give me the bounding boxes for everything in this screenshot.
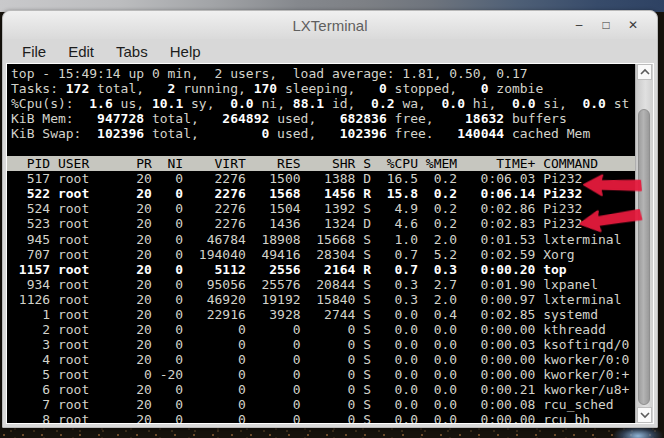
stat-value: 682836 xyxy=(340,111,387,126)
process-row-4: 4 root 20 0 0 0 0 S 0.0 0.0 0:00.00 kwor… xyxy=(7,352,635,367)
scroll-down-button[interactable] xyxy=(637,407,652,423)
process-row-3: 3 root 20 0 0 0 0 S 0.0 0.0 0:00.03 ksof… xyxy=(7,337,635,352)
stat-value: 140044 xyxy=(457,126,504,141)
process-row-1157: 1157 root 20 0 5112 2556 2164 R 0.7 0.3 … xyxy=(7,262,635,277)
process-table-rows: 517 root 20 0 2276 1500 1388 D 16.5 0.2 … xyxy=(7,171,635,423)
window-titlebar[interactable]: LXTerminal – □ ✕ xyxy=(3,11,657,39)
maximize-icon[interactable]: □ xyxy=(598,16,614,34)
stat-label: used, xyxy=(269,111,339,126)
stat-value: 947728 xyxy=(97,111,144,126)
process-row-524: 524 root 20 0 2276 1504 1392 S 4.9 0.2 0… xyxy=(7,201,635,216)
stat-label: st xyxy=(606,96,629,111)
stat-label: buffers xyxy=(504,111,567,126)
stat-value: 1.6 xyxy=(89,96,112,111)
process-row-522: 522 root 20 0 2276 1568 1456 R 15.8 0.2 … xyxy=(7,186,635,201)
stat-value: 10.1 xyxy=(152,96,183,111)
process-row-1126: 1126 root 20 0 46920 19192 15840 S 0.3 2… xyxy=(7,292,635,307)
stat-value: 0.2 xyxy=(371,96,394,111)
stat-value: 172 xyxy=(66,81,89,96)
blank-line xyxy=(7,141,635,156)
process-row-5: 5 root 0 -20 0 0 0 S 0.0 0.0 0:00.00 kwo… xyxy=(7,367,635,382)
stat-label: id, xyxy=(324,96,371,111)
stat-value: 18632 xyxy=(465,111,504,126)
process-row-8: 8 root 20 0 0 0 0 S 0.0 0.0 0:00.00 rcu_… xyxy=(7,412,635,423)
stat-label: free. xyxy=(387,126,457,141)
process-row-6: 6 root 20 0 0 0 0 S 0.0 0.0 0:00.21 kwor… xyxy=(7,382,635,397)
menu-file[interactable]: File xyxy=(16,42,52,61)
process-row-7: 7 root 20 0 0 0 0 S 0.0 0.0 0:00.08 rcu_… xyxy=(7,397,635,412)
window-title: LXTerminal xyxy=(3,17,657,34)
process-row-934: 934 root 20 0 95056 25576 20844 S 0.3 2.… xyxy=(7,277,635,292)
scrollbar-thumb[interactable] xyxy=(638,109,650,405)
stat-label: total, xyxy=(144,126,261,141)
stat-value: 102396 xyxy=(340,126,387,141)
chevron-up-icon xyxy=(639,68,651,76)
stat-label: cached Mem xyxy=(504,126,590,141)
process-row-2: 2 root 20 0 0 0 0 S 0.0 0.0 0:00.00 kthr… xyxy=(7,322,635,337)
window-controls: – □ ✕ xyxy=(571,16,641,34)
stat-value: 102396 xyxy=(97,126,144,141)
top-cpu-line: %Cpu(s): 1.6 us, 10.1 sy, 0.0 ni, 88.1 i… xyxy=(7,96,635,111)
terminal-screen[interactable]: top - 15:49:14 up 0 min, 2 users, load a… xyxy=(7,64,635,423)
stat-label: si, xyxy=(535,96,582,111)
stat-value: 0 xyxy=(379,81,387,96)
process-row-945: 945 root 20 0 46784 18908 15668 S 1.0 2.… xyxy=(7,232,635,247)
stat-label: sleeping, xyxy=(277,81,379,96)
stat-value: 0.0 xyxy=(230,96,253,111)
stat-label: %Cpu(s): xyxy=(11,96,89,111)
annotation-arrow-1 xyxy=(583,172,644,199)
chevron-down-icon xyxy=(639,411,651,419)
stat-label: KiB Mem: xyxy=(11,111,97,126)
process-row-523: 523 root 20 0 2276 1436 1324 D 4.6 0.2 0… xyxy=(7,216,635,231)
process-table-header: PID USER PR NI VIRT RES SHR S %CPU %MEM … xyxy=(7,156,635,171)
lxterminal-window: LXTerminal – □ ✕ File Edit Tabs Help top… xyxy=(2,10,658,428)
terminal-scrollbar[interactable] xyxy=(635,64,653,423)
stat-label: zombie xyxy=(488,81,543,96)
stat-label: hi, xyxy=(465,96,512,111)
menu-help[interactable]: Help xyxy=(164,42,207,61)
stat-label: free, xyxy=(387,111,465,126)
process-row-1: 1 root 20 0 22916 3928 2744 S 0.0 0.4 0:… xyxy=(7,307,635,322)
stat-value: 264892 xyxy=(222,111,269,126)
scroll-up-button[interactable] xyxy=(637,64,652,80)
minimize-icon[interactable]: – xyxy=(571,16,587,34)
stat-label: sy, xyxy=(183,96,230,111)
process-row-707: 707 root 20 0 194040 49416 28304 S 0.7 5… xyxy=(7,247,635,262)
stat-value: 88.1 xyxy=(293,96,324,111)
stat-label: top - 15:49:14 up 0 min, 2 users, load a… xyxy=(11,66,528,81)
top-tasks-line: Tasks: 172 total, 2 running, 170 sleepin… xyxy=(7,81,635,96)
stat-label: wa, xyxy=(395,96,442,111)
stat-label: ni, xyxy=(254,96,293,111)
stat-label: total, xyxy=(89,81,167,96)
top-uptime-line: top - 15:49:14 up 0 min, 2 users, load a… xyxy=(7,66,635,81)
stat-value: 0.0 xyxy=(582,96,605,111)
stat-value: 170 xyxy=(254,81,277,96)
terminal-widget: top - 15:49:14 up 0 min, 2 users, load a… xyxy=(6,63,654,424)
stat-label: Tasks: xyxy=(11,81,66,96)
menu-bar: File Edit Tabs Help xyxy=(3,39,657,63)
menu-tabs[interactable]: Tabs xyxy=(110,42,154,61)
stat-label: running, xyxy=(175,81,253,96)
stat-label: us, xyxy=(113,96,152,111)
top-mem-line: KiB Mem: 947728 total, 264892 used, 6828… xyxy=(7,111,635,126)
stat-label: stopped, xyxy=(387,81,481,96)
process-row-517: 517 root 20 0 2276 1500 1388 D 16.5 0.2 … xyxy=(7,171,635,186)
close-icon[interactable]: ✕ xyxy=(625,16,641,34)
stat-label: used, xyxy=(269,126,339,141)
stat-label: total, xyxy=(144,111,222,126)
menu-edit[interactable]: Edit xyxy=(62,42,100,61)
stat-label: KiB Swap: xyxy=(11,126,97,141)
stat-value: 0.0 xyxy=(512,96,535,111)
top-swap-line: KiB Swap: 102396 total, 0 used, 102396 f… xyxy=(7,126,635,141)
stat-value: 0.0 xyxy=(442,96,465,111)
